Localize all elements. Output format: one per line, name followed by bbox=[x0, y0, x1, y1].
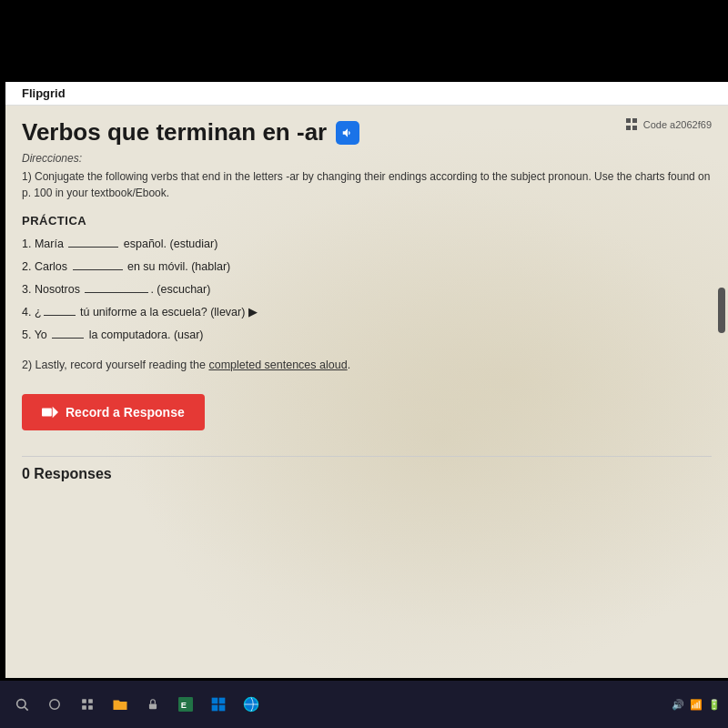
tray-battery: 🔋 bbox=[708, 699, 721, 711]
svg-point-2 bbox=[17, 700, 25, 708]
svg-marker-1 bbox=[53, 406, 58, 418]
taskbar-explorer-button[interactable] bbox=[106, 690, 135, 719]
instruction-text-2: 2) Lastly, record yourself reading the c… bbox=[22, 357, 712, 374]
exercise-item-4: 4. ¿ tú uniforme a la escuela? (llevar) … bbox=[22, 303, 712, 321]
taskbar-system-tray: 🔊 📶 🔋 bbox=[672, 699, 721, 711]
svg-rect-6 bbox=[88, 699, 93, 703]
taskbar-search-button[interactable] bbox=[7, 690, 36, 719]
blank-5 bbox=[52, 338, 84, 339]
exercise-item-1: 1. María español. (estudiar) bbox=[22, 235, 712, 253]
exercise-list: 1. María español. (estudiar) 2. Carlos e… bbox=[22, 235, 712, 344]
page-title: Verbos que terminan en -ar bbox=[22, 118, 712, 147]
svg-rect-7 bbox=[82, 705, 86, 710]
directions-label: Direcciones: bbox=[22, 152, 712, 165]
exercise-item-2: 2. Carlos en su móvil. (hablar) bbox=[22, 258, 712, 276]
taskbar: E 🔊 📶 🔋 bbox=[0, 681, 728, 728]
scrollbar[interactable] bbox=[718, 288, 725, 333]
taskbar-browser-button[interactable] bbox=[237, 690, 266, 719]
speaker-icon[interactable] bbox=[336, 121, 359, 145]
svg-rect-13 bbox=[219, 698, 226, 704]
svg-rect-0 bbox=[42, 408, 52, 416]
grid-icon bbox=[626, 118, 639, 131]
tray-network: 📶 bbox=[690, 699, 703, 711]
taskbar-cortana-button[interactable] bbox=[40, 690, 69, 719]
flipgrid-logo: Flipgrid bbox=[22, 86, 66, 100]
blank-3 bbox=[85, 292, 148, 293]
record-response-button[interactable]: Record a Response bbox=[22, 394, 205, 430]
svg-text:E: E bbox=[181, 701, 187, 710]
code-text: Code a2062f69 bbox=[643, 119, 712, 130]
svg-point-4 bbox=[50, 700, 60, 710]
svg-rect-12 bbox=[212, 698, 218, 704]
taskbar-lock-button[interactable] bbox=[138, 690, 167, 719]
underlined-text: completed sentences aloud bbox=[208, 359, 347, 371]
exercise-item-3: 3. Nosotros . (escuchar) bbox=[22, 280, 712, 298]
instruction-text-1: 1) Conjugate the following verbs that en… bbox=[22, 168, 712, 201]
record-button-label: Record a Response bbox=[66, 405, 185, 420]
taskbar-excel-button[interactable]: E bbox=[171, 690, 200, 719]
title-text: Verbos que terminan en -ar bbox=[22, 118, 327, 147]
svg-line-3 bbox=[25, 707, 28, 711]
code-badge: Code a2062f69 bbox=[626, 118, 712, 131]
exercise-item-5: 5. Yo la computadora. (usar) bbox=[22, 326, 712, 344]
record-icon bbox=[42, 406, 58, 419]
blank-2 bbox=[73, 269, 123, 270]
svg-rect-14 bbox=[212, 705, 218, 712]
blank-4 bbox=[44, 315, 76, 316]
practica-label: PRÁCTICA bbox=[22, 214, 712, 228]
svg-rect-8 bbox=[88, 705, 93, 710]
svg-rect-15 bbox=[219, 705, 226, 712]
blank-1 bbox=[68, 247, 118, 248]
svg-rect-9 bbox=[149, 703, 157, 709]
taskbar-taskview-button[interactable] bbox=[73, 690, 102, 719]
svg-rect-5 bbox=[82, 699, 86, 703]
taskbar-start-button[interactable] bbox=[204, 690, 233, 719]
tray-volume: 🔊 bbox=[672, 699, 684, 711]
responses-label: 0 Responses bbox=[22, 456, 712, 482]
flipgrid-bar: Flipgrid bbox=[5, 82, 728, 106]
